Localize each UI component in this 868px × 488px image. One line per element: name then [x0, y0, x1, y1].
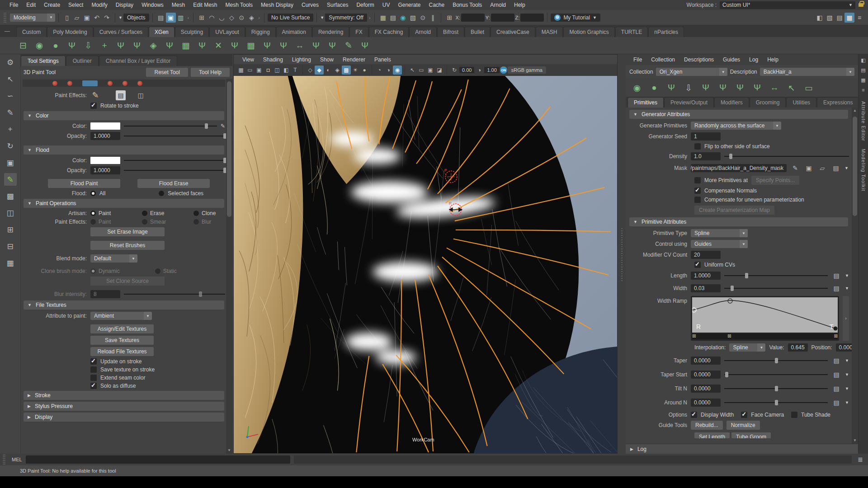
save-map-icon[interactable]: ▣: [804, 163, 814, 173]
compensate-uneven-checkbox[interactable]: [694, 197, 701, 203]
color-slider[interactable]: [124, 123, 217, 129]
isolate-select-icon[interactable]: ◉: [393, 66, 402, 75]
open-scene-icon[interactable]: ▱: [72, 13, 82, 23]
coordinate-mode-icon[interactable]: ⊞: [444, 13, 454, 23]
xgen-clump-icon[interactable]: Ψ: [195, 39, 209, 52]
smooth-shade-icon[interactable]: ◆: [315, 66, 324, 75]
xgen-guide-visibility-icon[interactable]: Ψ: [716, 81, 730, 94]
clone-dynamic-radio[interactable]: Dynamic: [90, 268, 120, 274]
shelf-tab[interactable]: FX Caching: [369, 27, 409, 37]
flood-selected-radio[interactable]: [159, 191, 164, 196]
map-icon[interactable]: ▤: [831, 384, 841, 394]
xgen-guides-icon[interactable]: Ψ: [228, 39, 241, 52]
menu-item[interactable]: Arnold: [486, 2, 510, 8]
density-slider[interactable]: [724, 153, 849, 160]
xgen-tab[interactable]: Expressions: [817, 97, 859, 108]
menu-item[interactable]: Surfaces: [323, 2, 352, 8]
viewport-menu-item[interactable]: Shading: [259, 56, 287, 63]
xgen-tab[interactable]: Grooming: [750, 97, 786, 108]
shelf-collapse-icon[interactable]: —: [5, 28, 10, 34]
shelf-tab[interactable]: nParticles: [648, 27, 684, 37]
mask-field[interactable]: DESC}/paintmaps/BackHair_a_Density_mask: [691, 164, 787, 172]
clone-static-radio[interactable]: Static: [155, 268, 177, 274]
length-slider[interactable]: [724, 272, 828, 279]
xgen-patch-icon[interactable]: ◈: [146, 39, 160, 52]
use-all-lights-icon[interactable]: ☀: [351, 66, 360, 75]
flood-opacity-slider[interactable]: [124, 167, 225, 174]
xgen-add-icon[interactable]: +: [98, 39, 111, 52]
xgen-delete-icon[interactable]: ✕: [212, 39, 225, 52]
layout-single-icon[interactable]: ⊟: [4, 240, 17, 253]
normalize-button[interactable]: Normalize: [726, 421, 760, 430]
statusline-grip[interactable]: [4, 13, 6, 23]
settings-gear-icon[interactable]: ⚙: [4, 56, 17, 69]
menu-item[interactable]: Deform: [352, 2, 378, 8]
menu-item[interactable]: Display: [112, 2, 137, 8]
map-icon[interactable]: ▤: [831, 356, 841, 366]
ramp-value-field[interactable]: 0.645: [788, 343, 808, 352]
uniform-cvs-checkbox[interactable]: [694, 262, 701, 268]
menu-set-dropdown[interactable]: Modeling▼: [10, 14, 55, 22]
collapsed-section-header[interactable]: ▶Stroke: [24, 391, 224, 400]
left-panel-tab[interactable]: Tool Settings: [21, 56, 66, 66]
paintfx-option[interactable]: Smear: [142, 219, 191, 225]
menu-item[interactable]: Windows: [137, 2, 168, 8]
save-textures-button[interactable]: Save Textures: [90, 336, 154, 345]
layout-grid-icon[interactable]: ▦: [4, 257, 17, 269]
new-scene-icon[interactable]: ▯: [62, 13, 72, 23]
viewport-menu-item[interactable]: Show: [316, 56, 338, 63]
rotate-tool-icon[interactable]: ↻: [4, 140, 17, 152]
menu-arrow-icon[interactable]: ▼: [845, 386, 849, 391]
map-icon[interactable]: ▤: [831, 398, 841, 408]
x-input[interactable]: [461, 14, 485, 22]
render-frame-icon[interactable]: ▦: [378, 13, 388, 23]
flood-all-radio[interactable]: [90, 191, 96, 196]
tool-help-button[interactable]: Tool Help: [191, 68, 230, 77]
modifier-cv-count-field[interactable]: 20: [691, 251, 721, 259]
xgen-guide-width-icon[interactable]: ↔: [768, 81, 781, 94]
dock-menu-icon[interactable]: ≡: [859, 86, 868, 94]
flood-section-header[interactable]: ▼Flood: [24, 145, 224, 155]
xgen-add-guide-icon[interactable]: Ψ: [699, 81, 712, 94]
xgen-grid-icon[interactable]: ▦: [179, 39, 193, 52]
command-line-grip[interactable]: [3, 455, 5, 465]
toon-shade-icon[interactable]: ⊙: [418, 13, 428, 23]
checker-tool-icon[interactable]: ▩: [4, 190, 17, 202]
ramp-expand-button[interactable]: ›: [843, 296, 849, 341]
set-clone-source-button[interactable]: Set Clone Source: [90, 277, 165, 286]
width-field[interactable]: 0.03: [691, 284, 721, 292]
snap-grid-icon[interactable]: ⊞: [197, 13, 207, 23]
ramp-point-end[interactable]: [834, 327, 838, 331]
xgen-preview-refresh-icon[interactable]: ◉: [630, 81, 644, 94]
menu-item[interactable]: File: [5, 2, 22, 8]
shelf-tab[interactable]: Sculpting: [175, 27, 209, 37]
shelf-tab[interactable]: TURTLE: [615, 27, 648, 37]
menu-item[interactable]: Cache: [425, 2, 448, 8]
safe-title-icon[interactable]: T: [291, 66, 300, 75]
shelf-tab[interactable]: Motion Graphics: [563, 27, 614, 37]
viewport-canvas[interactable]: P P WorkCam: [234, 76, 617, 453]
gamma-field[interactable]: 1.00: [484, 67, 499, 73]
width-map-icon[interactable]: ▤: [831, 283, 841, 293]
gamma-icon[interactable]: ◑: [475, 66, 484, 75]
select-cursor-icon[interactable]: ↖: [408, 66, 417, 75]
density-field[interactable]: 1.0: [691, 152, 721, 160]
brush-stamp-icon[interactable]: [108, 81, 113, 86]
texture-option-row[interactable]: Update on stroke: [90, 358, 225, 365]
xgen-preview-visibility-icon[interactable]: ●: [647, 81, 661, 94]
layout-two-pane-icon[interactable]: ◫: [4, 206, 17, 219]
panel-toggle-outliner-icon[interactable]: ◧: [815, 13, 825, 23]
xgen-preview-icon[interactable]: ◉: [33, 39, 46, 52]
xgen-menu-item[interactable]: Descriptions: [680, 56, 718, 63]
snap-point-icon[interactable]: ◡: [217, 13, 226, 23]
select-object-icon[interactable]: ▣: [166, 13, 176, 23]
mel-command-input[interactable]: [26, 455, 290, 464]
set-length-button[interactable]: Set Length: [694, 432, 730, 438]
menu-item[interactable]: Modify: [87, 2, 111, 8]
reset-brushes-button[interactable]: Reset Brushes: [90, 241, 165, 250]
lasso-tool-icon[interactable]: ∽: [4, 89, 17, 102]
brush-stamp-selected[interactable]: [82, 80, 98, 86]
assign-edit-textures-button[interactable]: Assign/Edit Textures: [90, 324, 154, 333]
workspace-dropdown[interactable]: Custom UI*▼: [720, 1, 855, 9]
flood-opacity-field[interactable]: 1.0000: [90, 166, 120, 174]
